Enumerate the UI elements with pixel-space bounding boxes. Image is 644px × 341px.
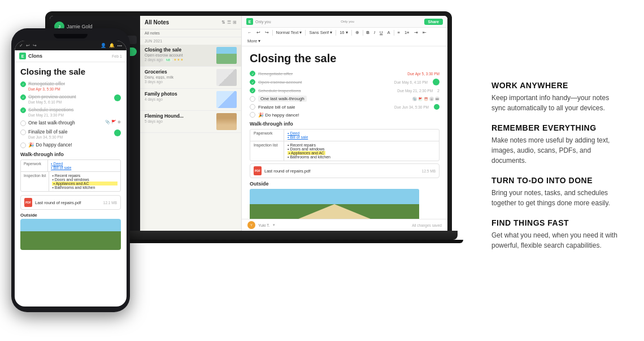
phone-task-6: 🎉 Do happy dance! [20, 142, 121, 148]
format-bold[interactable]: B [365, 29, 371, 36]
check-icon: ✓ [19, 43, 23, 48]
filter-icon[interactable]: ☰ [227, 20, 231, 25]
note-item-2[interactable]: Groceries Dairy, eggs, milk 3 days ago [140, 67, 241, 89]
editor-only-you: Only you [255, 20, 271, 24]
format-outdent[interactable]: ⇤ [421, 29, 428, 36]
inspection-recent: • Recent repairs [288, 143, 436, 147]
deed-link[interactable]: • Deed [288, 131, 436, 135]
format-sep-5 [363, 30, 363, 36]
inspection-bathrooms: • Bathrooms and kitchen [288, 155, 436, 159]
phone-checkbox-5 [20, 130, 26, 135]
feature-1-title: WORK ANYWHERE [491, 81, 621, 90]
editor-task-2-due: Due May 6, 4:10 PM [394, 80, 428, 84]
layout-icon[interactable]: ⊞ [233, 20, 237, 25]
editor-outside-photo [250, 189, 419, 219]
footer-dropdown[interactable]: ▾ [273, 223, 275, 227]
editor-pdf-attachment[interactable]: PDF Last round of repairs.pdf 12.5 MB [250, 163, 440, 178]
note-2-thumbnail [216, 69, 237, 86]
inspection-doors: • Doors and windows [288, 147, 436, 151]
editor-task-6-checkbox[interactable] [250, 112, 255, 118]
note-2-preview: Dairy, eggs, milk [145, 75, 214, 79]
notes-date-label: JUN 2021 [140, 37, 241, 45]
format-back[interactable]: ← [246, 29, 253, 36]
editor-task-4-checkbox[interactable] [250, 96, 255, 102]
format-ol[interactable]: 1≡ [403, 29, 411, 36]
note-item-1[interactable]: Closing the sale Open escrow account 2 d… [140, 45, 241, 67]
editor-task-2-checkbox[interactable] [250, 79, 255, 85]
format-normal[interactable]: Normal Text ▾ [275, 29, 303, 36]
feature-2-desc: Make notes more useful by adding text, i… [491, 135, 621, 166]
format-redo[interactable]: ↪ [264, 29, 270, 36]
editor-task-4: One last walk-through 📎 🚩 ⏰ ☺ ••• [250, 96, 440, 102]
editor-evernote-logo: E [246, 18, 253, 25]
more-task-icon[interactable]: ••• [435, 97, 440, 101]
format-size[interactable]: 16 ▾ [338, 29, 349, 36]
feature-4-title: FIND THINGS FAST [491, 218, 621, 227]
editor-pdf-icon: PDF [254, 166, 262, 175]
editor-task-5-checkbox[interactable] [250, 104, 255, 110]
feature-1-desc: Keep important info handy—your notes syn… [491, 93, 621, 113]
note-item-4[interactable]: Fleming Hound... 5 days ago [140, 111, 241, 133]
feature-4-desc: Get what you need, when you need it with… [491, 230, 621, 251]
format-sep-4 [351, 30, 352, 36]
format-indent[interactable]: ⇥ [413, 29, 419, 36]
editor-table-label-paperwork: Paperwork [250, 130, 284, 141]
inspection-appliances: • Appliances and AC [288, 151, 325, 155]
format-font[interactable]: Sans Serif ▾ [308, 29, 333, 36]
deed-link[interactable]: • Deed [51, 162, 118, 166]
phone-task-5: Finalize bill of sale Due Jun 34, 5:30 P… [20, 129, 121, 139]
format-more[interactable]: More ▾ [246, 38, 262, 44]
editor-content: Closing the sale Renegotiate offer Due A… [242, 46, 447, 219]
feature-remember: REMEMBER EVERYTHING Make notes more usef… [491, 123, 621, 166]
notes-filter-label: All notes [145, 31, 160, 35]
note-1-time: 2 days ago [145, 58, 163, 62]
editor-task-5-due: Due Jun 34, 5:30 PM [394, 105, 429, 109]
editor-task-4-text: One last walk-through [258, 96, 307, 102]
phone-right-icons: 👤 🔔 ••• [101, 43, 122, 48]
phone-task-2-text: Open preview account [28, 94, 112, 100]
format-list[interactable]: ≡ [397, 29, 401, 36]
editor-task-5-text: Finalize bill of sale [258, 105, 295, 110]
phone-outside-label: Outside [20, 213, 121, 218]
note-3-title: Family photos [145, 91, 214, 97]
pdf-icon: PDF [24, 198, 32, 207]
feature-3-desc: Bring your notes, tasks, and schedules t… [491, 188, 621, 208]
feature-2-title: REMEMBER EVERYTHING [491, 123, 621, 132]
phone-screen: ✓ ↩ ↪ 👤 🔔 ••• E [15, 41, 127, 307]
phone-table-content-1: • Deed • Bill of sale [48, 160, 120, 171]
phone-toolbar-icons: ✓ ↩ ↪ [19, 43, 37, 48]
phone-note-title: Clons [28, 53, 42, 59]
phone-note-date: Feb 1 [112, 54, 122, 58]
phone-table-label-2: Inspection list [21, 172, 49, 191]
devices-section: ✓ ↩ ↪ 👤 🔔 ••• E [11, 0, 475, 341]
notes-filter-row: All notes [140, 29, 241, 37]
sort-icon[interactable]: ⇅ [221, 20, 225, 25]
phone-task-2-info: Open preview account Due May 5, 6:10 PM [28, 94, 112, 104]
editor-table-paperwork-content: • Deed • Bill of sale [284, 130, 439, 141]
phone-checkbox-4 [20, 120, 26, 126]
flag-icon: 🚩 [418, 97, 423, 101]
share-button[interactable]: Share [424, 19, 443, 25]
phone-task-3-info: Schedule inspections Due May 21, 3:30 PM [28, 107, 121, 117]
format-italic[interactable]: I [373, 29, 376, 36]
editor-walk-table: Paperwork • Deed • Bill of sale Inspecti… [250, 129, 440, 161]
format-undo[interactable]: ↩ [255, 29, 262, 36]
editor-task-1-text: Renegotiate offer [258, 71, 293, 76]
editor-task-1: Renegotiate offer Due Apr 5, 3:30 PM [250, 71, 440, 76]
format-insert[interactable]: ⊕ [354, 29, 360, 36]
phone-task-2-due: Due May 5, 6:10 PM [28, 100, 112, 104]
editor-task-3-checkbox[interactable] [250, 88, 255, 93]
editor-table-label-inspection: Inspection list [250, 141, 284, 161]
format-sep-2 [305, 30, 306, 36]
bill-link[interactable]: • Bill of sale [51, 166, 118, 170]
format-color[interactable]: A [386, 29, 391, 36]
task-4-icons: 📎 🚩 ⏰ ☺ ••• [412, 97, 440, 101]
phone-outside-photo [20, 219, 121, 250]
note-item-3[interactable]: Family photos 4 days ago [140, 89, 241, 111]
phone-pdf-attachment[interactable]: PDF Last round of repairs.pdf 12.1 MB [20, 195, 121, 210]
note-1-tag: NB [164, 58, 172, 62]
phone-task-2: Open preview account Due May 5, 6:10 PM [20, 94, 121, 104]
editor-task-1-checkbox[interactable] [250, 71, 255, 76]
format-underline[interactable]: U [378, 29, 384, 36]
bill-link[interactable]: • Bill of sale [288, 135, 436, 139]
